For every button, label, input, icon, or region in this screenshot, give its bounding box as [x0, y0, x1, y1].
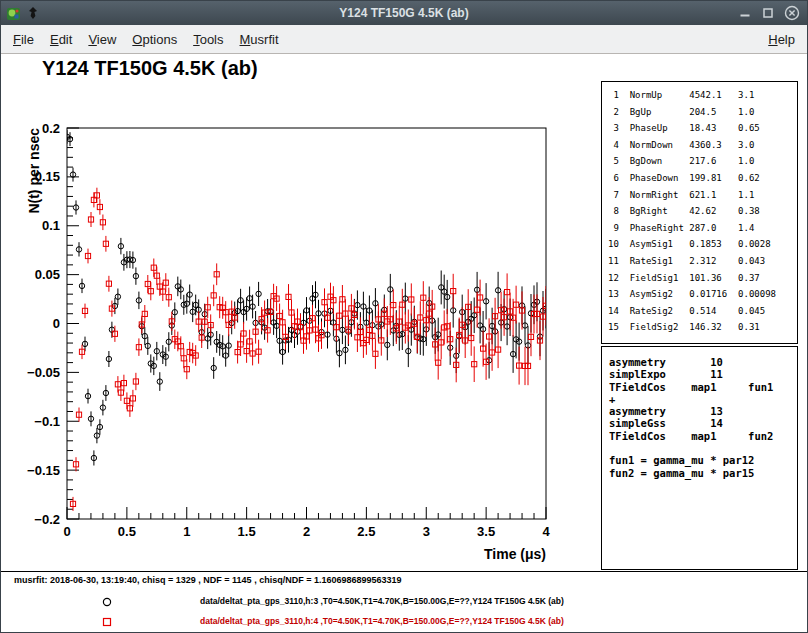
param-row-RateSig1: 11 RateSig1 2.312 0.043 [608, 253, 797, 270]
theory-line: simpleGss 14 [609, 417, 797, 429]
param-row-PhaseUp: 3 PhaseUp 18.43 0.65 [608, 120, 797, 137]
svg-text:1: 1 [183, 524, 190, 539]
svg-text:−0.2: −0.2 [34, 512, 60, 527]
param-row-PhaseRight: 9 PhaseRight 287.0 1.4 [608, 220, 797, 237]
param-row-NormRight: 7 NormRight 621.1 1.1 [608, 187, 797, 204]
param-row-FieldSig2: 15 FieldSig2 146.32 0.31 [608, 319, 797, 336]
theory-line: + [609, 393, 797, 405]
svg-text:N(t) per nsec: N(t) per nsec [26, 128, 42, 214]
param-row-BgDown: 5 BgDown 217.6 1.0 [608, 153, 797, 170]
theory-line: asymmetry 10 [609, 356, 797, 368]
minimize-button[interactable] [738, 6, 752, 20]
legend-label: data/deltat_pta_gps_3110,h:3 ,T0=4.50K,T… [200, 596, 564, 606]
menu-musrfit[interactable]: Musrfit [232, 28, 287, 51]
close-button[interactable] [784, 5, 800, 21]
legend-marker-square-icon [101, 614, 113, 632]
param-row-FieldSig1: 12 FieldSig1 101.36 0.37 [608, 270, 797, 287]
parameter-box: 1 NormUp 4542.1 3.1 2 BgUp 204.5 1.0 3 P… [601, 81, 798, 344]
theory-line: TFieldCos map1 fun1 [609, 381, 797, 393]
param-row-AsymSig2: 13 AsymSig2 0.01716 0.00098 [608, 286, 797, 303]
svg-text:−0.1: −0.1 [34, 414, 60, 429]
svg-text:0.1: 0.1 [42, 218, 60, 233]
param-row-AsymSig1: 10 AsymSig1 0.1853 0.0028 [608, 236, 797, 253]
svg-text:0.5: 0.5 [118, 524, 136, 539]
svg-text:0: 0 [63, 524, 70, 539]
param-row-PhaseDown: 6 PhaseDown 199.81 0.62 [608, 170, 797, 187]
param-row-BgUp: 2 BgUp 204.5 1.0 [608, 104, 797, 121]
svg-text:3: 3 [423, 524, 430, 539]
menu-tools[interactable]: Tools [185, 28, 231, 51]
theory-line: simplExpo 11 [609, 368, 797, 380]
legend-label: data/deltat_pta_gps_3110,h:4 ,T0=4.50K,T… [200, 616, 564, 626]
param-row-BgRight: 8 BgRight 42.62 0.38 [608, 203, 797, 220]
svg-text:4: 4 [542, 524, 550, 539]
menubar: FileEditViewOptionsToolsMusrfit Help [1, 25, 807, 54]
svg-text:−0.15: −0.15 [27, 463, 60, 478]
legend-row: data/deltat_pta_gps_3110,h:4 ,T0=4.50K,T… [1, 612, 808, 632]
svg-text:2: 2 [303, 524, 310, 539]
pin-icon[interactable] [27, 6, 39, 20]
menu-edit[interactable]: Edit [42, 28, 80, 51]
menu-options[interactable]: Options [124, 28, 185, 51]
param-row-RateSig2: 14 RateSig2 0.514 0.045 [608, 303, 797, 320]
plot-area[interactable]: 00.511.522.533.54−0.2−0.15−0.1−0.0500.05… [1, 114, 571, 574]
svg-text:3.5: 3.5 [477, 524, 495, 539]
svg-text:2.5: 2.5 [357, 524, 375, 539]
svg-text:0: 0 [53, 316, 60, 331]
legend-row: data/deltat_pta_gps_3110,h:3 ,T0=4.50K,T… [1, 592, 808, 612]
theory-line: TFieldCos map1 fun2 [609, 430, 797, 442]
svg-text:1.5: 1.5 [238, 524, 256, 539]
status-divider [1, 571, 808, 572]
window-controls [738, 5, 800, 21]
svg-text:Time (μs): Time (μs) [484, 546, 546, 562]
theory-line: fun2 = gamma_mu * par15 [609, 467, 797, 479]
app-icon [6, 6, 21, 21]
menu-file[interactable]: File [5, 28, 42, 51]
app-window: Y124 TF150G 4.5K (ab) FileEditViewOption… [0, 0, 808, 633]
param-row-NormUp: 1 NormUp 4542.1 3.1 [608, 87, 797, 104]
plot-title: Y124 TF150G 4.5K (ab) [42, 57, 258, 80]
svg-text:0.2: 0.2 [42, 121, 60, 136]
titlebar[interactable]: Y124 TF150G 4.5K (ab) [1, 1, 807, 25]
svg-text:0.05: 0.05 [35, 267, 60, 282]
window-title: Y124 TF150G 4.5K (ab) [1, 6, 807, 20]
theory-line [609, 442, 797, 454]
theory-line: fun1 = gamma_mu * par12 [609, 454, 797, 466]
theory-box: asymmetry 10simplExpo 11TFieldCos map1 f… [601, 346, 798, 570]
root-canvas: Y124 TF150G 4.5K (ab) 00.511.522.533.54−… [1, 54, 808, 633]
menu-help[interactable]: Help [760, 28, 803, 51]
legend-marker-circle-icon [101, 594, 113, 612]
svg-text:−0.05: −0.05 [27, 365, 60, 380]
param-row-NormDown: 4 NormDown 4360.3 3.0 [608, 137, 797, 154]
theory-line: asymmetry 13 [609, 405, 797, 417]
menu-view[interactable]: View [80, 28, 124, 51]
maximize-button[interactable] [761, 6, 775, 20]
fit-status-line: musrfit: 2018-06-30, 13:19:40, chisq = 1… [14, 575, 401, 585]
